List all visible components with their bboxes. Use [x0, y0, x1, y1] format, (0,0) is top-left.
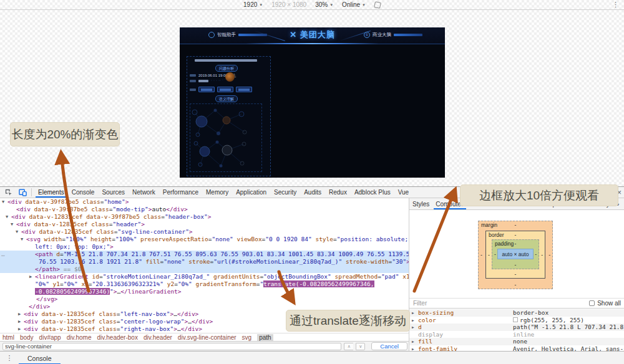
- property-name: fill: [418, 338, 513, 345]
- find-bar: ∧ ∨ Cancel: [0, 341, 410, 351]
- toggle-device-toolbar-icon[interactable]: [18, 188, 27, 196]
- code-token: <path: [35, 251, 53, 257]
- breadcrumb-item-path[interactable]: path: [257, 334, 273, 341]
- collapse-arrow-icon[interactable]: ▼: [11, 221, 13, 228]
- dom-tree-node[interactable]: 76.55 1203.16 21.8 1921 21.8" fill="none…: [0, 258, 409, 266]
- code-token: "0 0 1920 84": [265, 236, 311, 242]
- box-model-margin[interactable]: margin - - - - border - - - - padding -: [478, 221, 553, 289]
- cancel-button[interactable]: Cancel: [371, 342, 407, 350]
- dom-tree-node[interactable]: ▼<svg width="100%" height="100%" preserv…: [0, 236, 409, 243]
- code-token: >: [125, 198, 129, 205]
- breadcrumb-item-div-app[interactable]: div#app: [39, 334, 61, 341]
- box-model-content[interactable]: auto × auto: [497, 249, 534, 259]
- device-select[interactable]: 1920▼: [243, 1, 263, 8]
- find-previous-button[interactable]: ∧: [344, 343, 353, 350]
- expand-arrow-icon[interactable]: ▶: [18, 325, 21, 333]
- expand-arrow-icon[interactable]: ▶: [412, 347, 414, 351]
- breadcrumb-item-body[interactable]: body: [20, 334, 34, 341]
- computed-property-row[interactable]: ▶box-sizingborder-box: [409, 309, 624, 317]
- computed-property-row[interactable]: ▶colorrgb(255, 255, 255): [409, 317, 624, 324]
- tab-network[interactable]: Network: [129, 187, 159, 198]
- breadcrumb-item-div-svg-line-container[interactable]: div.svg-line-container: [178, 334, 236, 341]
- show-all-toggle[interactable]: Show all: [589, 300, 621, 307]
- collapse-arrow-icon[interactable]: ▼: [2, 198, 4, 206]
- dom-tree-node[interactable]: "0%" y1="0%" x2="20.31363639632321%" y2=…: [0, 280, 409, 288]
- collapse-arrow-icon[interactable]: ▼: [21, 236, 23, 243]
- graph-box: [190, 103, 262, 172]
- business-nav[interactable]: ① 商业大脑: [364, 32, 422, 38]
- tag-chip[interactable]: [236, 87, 252, 92]
- breadcrumb-item-html[interactable]: html: [2, 334, 14, 341]
- tab-adblock-plus[interactable]: Adblock Plus: [351, 187, 394, 198]
- dom-tree-node[interactable]: ▶<linearGradient id="strokeMotionLinear_…: [0, 273, 409, 280]
- device-emulation-area: 1920▼ 1920 × 1080 30%▼ Online▼ ⋮: [0, 0, 624, 186]
- dom-tree-node[interactable]: ▼<div data-v-12835cef class="svg-line-co…: [0, 228, 409, 236]
- tag-chip[interactable]: [217, 87, 233, 92]
- tab-redux[interactable]: Redux: [325, 187, 351, 198]
- expand-arrow-icon[interactable]: ▶: [412, 310, 414, 315]
- drawer-menu-icon[interactable]: ⋮: [0, 352, 19, 364]
- tab-elements[interactable]: Elements: [34, 187, 68, 198]
- network-throttle-select[interactable]: Online▼: [342, 1, 366, 8]
- code-token: <linearGradient: [35, 273, 89, 280]
- find-next-button[interactable]: ∨: [356, 343, 365, 350]
- dom-tree-node[interactable]: ▼<div data-v-12835cef class="header">: [0, 221, 409, 228]
- code-token: <div: [11, 213, 26, 220]
- inspect-element-icon[interactable]: [4, 188, 13, 196]
- gutter-ellipsis: …: [1, 251, 5, 258]
- expand-arrow-icon[interactable]: ▶: [412, 325, 414, 329]
- dom-tree-node[interactable]: ▼<div data-v-39f87be5 class="home">: [0, 198, 409, 206]
- expand-arrow-icon[interactable]: ▶: [29, 273, 32, 280]
- dom-tree-node[interactable]: ▼<div data-v-12835cef data-v-39f87be5 cl…: [0, 213, 409, 221]
- collapse-arrow-icon[interactable]: ▼: [6, 213, 8, 221]
- box-model-border[interactable]: border - - - - padding - - - - auto × au…: [485, 231, 545, 279]
- property-name: color: [418, 317, 513, 323]
- dom-tree-node[interactable]: </svg>: [0, 295, 409, 303]
- tab-performance[interactable]: Performance: [159, 187, 202, 198]
- checkbox-icon[interactable]: [589, 300, 595, 306]
- tab-application[interactable]: Application: [232, 187, 270, 198]
- tab-vue[interactable]: Vue: [394, 187, 412, 198]
- box-model-padding[interactable]: padding - - - - auto × auto: [492, 239, 539, 269]
- tab-console[interactable]: Console: [68, 187, 99, 198]
- sidebar-tab-styles[interactable]: Styles: [409, 198, 432, 209]
- code-token: data-v-12835cef: [31, 221, 88, 228]
- tab-memory[interactable]: Memory: [202, 187, 232, 198]
- dom-tree-node[interactable]: -0.08280562499967346)">…</linearGradient…: [0, 288, 409, 295]
- color-swatch[interactable]: [513, 317, 518, 322]
- code-token: fill: [142, 258, 160, 265]
- expand-arrow-icon[interactable]: ▶: [412, 318, 414, 322]
- dom-tree-node[interactable]: <div data-v-39f87be5 class="mode-tip">au…: [0, 206, 409, 213]
- code-token: y1: [49, 280, 60, 287]
- zoom-select[interactable]: 30%▼: [315, 1, 333, 8]
- tab-audits[interactable]: Audits: [300, 187, 325, 198]
- device-toolbar-menu-icon[interactable]: ⋮: [612, 1, 619, 9]
- tab-security[interactable]: Security: [270, 187, 300, 198]
- tab-sources[interactable]: Sources: [98, 187, 129, 198]
- computed-property-row[interactable]: ▶fillnone: [409, 338, 624, 345]
- code-token: "pad": [381, 273, 399, 280]
- panel-title-bar: [195, 59, 257, 62]
- code-token: x1: [399, 273, 409, 280]
- dom-tree-node[interactable]: left: 0px; top: 0px;">: [0, 243, 409, 251]
- tag-chip[interactable]: [198, 87, 215, 92]
- dom-tree-node[interactable]: …<path d="M-1.5 21.8 707.34 21.8 767.51 …: [0, 251, 409, 258]
- computed-property-row[interactable]: displayinline: [409, 331, 624, 338]
- expand-arrow-icon[interactable]: ▶: [18, 318, 21, 325]
- computed-property-row[interactable]: ▶font-familyAvenir, Helvetica, Arial, sa…: [409, 345, 624, 352]
- expand-arrow-icon[interactable]: ▶: [412, 339, 414, 343]
- tab-console-drawer[interactable]: Console: [19, 352, 61, 364]
- search-input[interactable]: [2, 343, 341, 350]
- expand-arrow-icon[interactable]: ▶: [18, 310, 21, 318]
- rotate-device-icon[interactable]: [374, 1, 381, 9]
- assistant-nav[interactable]: 智能助手: [208, 32, 267, 38]
- breadcrumb-item-div-header-box[interactable]: div.header-box: [97, 334, 137, 341]
- computed-property-row[interactable]: ▶dpath("M -1.5 21.8 L 707.34 21.8 L…: [409, 323, 624, 331]
- collapse-arrow-icon[interactable]: ▼: [16, 228, 18, 236]
- dom-tree-node[interactable]: </path> == $0: [0, 266, 409, 273]
- breadcrumb-item-div-header[interactable]: div.header: [144, 334, 172, 341]
- breadcrumb-item-div-home[interactable]: div.home: [67, 334, 92, 341]
- breadcrumb-item-svg[interactable]: svg: [242, 334, 252, 341]
- filter-label[interactable]: Filter: [413, 300, 427, 307]
- device-dimensions: 1920 × 1080: [271, 1, 306, 8]
